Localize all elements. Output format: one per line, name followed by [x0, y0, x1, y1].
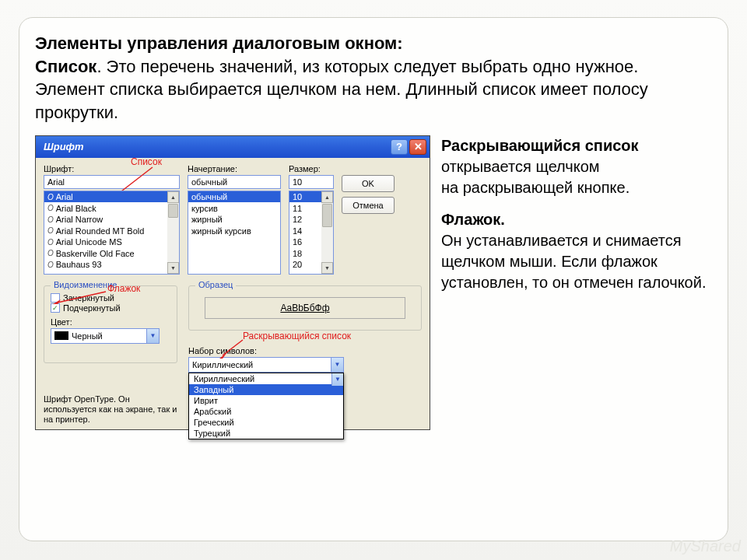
side-text: Раскрывающийся список открывается щелчко…	[441, 135, 712, 304]
charset-dropdown-open[interactable]: ▼ Кириллический Западный Иврит Арабский …	[188, 373, 344, 439]
checkbox-box-checked[interactable]: ✓	[51, 303, 60, 313]
side-p1-rest: открывается щелчком	[441, 158, 600, 175]
checkbox-box[interactable]	[51, 293, 60, 303]
dropdown-item[interactable]: Кириллический	[189, 373, 343, 384]
scroll-thumb[interactable]	[322, 204, 332, 227]
side-p1-bold: Раскрывающийся список	[441, 137, 639, 154]
list-item[interactable]: OArial Rounded MT Bold	[44, 225, 179, 236]
chevron-down-icon[interactable]: ▼	[331, 373, 343, 386]
headline-body: . Это перечень значений, из которых след…	[35, 57, 648, 122]
scrollbar[interactable]: ▲ ▼	[321, 191, 333, 274]
annotation-dropdown: Раскрывающийся список	[243, 331, 351, 341]
list-item[interactable]: OArial Narrow	[44, 214, 179, 226]
headline-block: Элементы управления диалоговым окном: Сп…	[35, 32, 712, 124]
style-listbox[interactable]: обычный курсив жирный жирный курсив	[188, 191, 281, 275]
dropdown-item[interactable]: Западный	[189, 384, 343, 395]
dropdown-item[interactable]: Греческий	[189, 417, 343, 428]
scroll-up-button[interactable]: ▲	[167, 191, 179, 203]
list-item[interactable]: жирный	[188, 214, 280, 226]
size-input[interactable]: 10	[289, 175, 334, 189]
chevron-down-icon[interactable]: ▼	[146, 329, 159, 343]
size-listbox[interactable]: 10 11 12 14 16 18 20 ▲ ▼	[289, 191, 334, 275]
size-label: Размер:	[289, 164, 334, 173]
list-item[interactable]: жирный курсив	[188, 225, 280, 236]
ok-button[interactable]: OK	[342, 175, 395, 192]
group-sample: Образец АаBbБбФф	[188, 285, 422, 331]
headline-title: Элементы управления диалоговым окном:	[35, 33, 403, 53]
list-item[interactable]: OBauhaus 93	[44, 259, 179, 271]
close-button[interactable]: ✕	[409, 139, 426, 155]
font-label: Шрифт:	[44, 164, 180, 173]
cancel-button[interactable]: Отмена	[342, 197, 395, 214]
scroll-down-button[interactable]: ▼	[167, 262, 179, 274]
scroll-up-button[interactable]: ▲	[321, 191, 333, 203]
group-title: Видоизменение	[51, 280, 120, 289]
close-icon: ✕	[414, 141, 423, 152]
checkbox-strike[interactable]: Зачеркнутый	[51, 293, 170, 303]
group-modify: Видоизменение Зачеркнутый ✓ Подчеркнутый…	[44, 285, 177, 363]
scroll-thumb[interactable]	[168, 204, 178, 218]
font-listbox[interactable]: OArial OArial Black OArial Narrow OArial…	[44, 191, 180, 275]
dropdown-item[interactable]: Иврит	[189, 395, 343, 406]
list-item[interactable]: OBaskerville Old Face	[44, 247, 179, 259]
dialog-title: Шрифт	[44, 141, 84, 152]
group-title: Образец	[195, 280, 236, 289]
headline-list-label: Список	[35, 57, 96, 76]
list-item[interactable]: обычный	[188, 191, 280, 203]
font-input[interactable]: Arial	[44, 175, 180, 189]
side-p2-body: Он устанавливается и снимается щелчком м…	[441, 232, 706, 291]
color-combo[interactable]: Черный ▼	[51, 328, 160, 344]
chevron-down-icon[interactable]: ▼	[331, 358, 343, 372]
scrollbar[interactable]: ▲ ▼	[167, 191, 179, 274]
color-swatch	[54, 331, 68, 340]
charset-combo[interactable]: Кириллический ▼	[188, 357, 344, 373]
dropdown-item[interactable]: Арабский	[189, 406, 343, 417]
help-icon: ?	[396, 141, 402, 152]
checkbox-underline[interactable]: ✓ Подчеркнутый	[51, 303, 170, 313]
dropdown-item[interactable]: Турецкий	[189, 428, 343, 439]
titlebar[interactable]: Шрифт ? ✕	[36, 136, 430, 158]
side-p1-line2: на раскрывающей кнопке.	[441, 179, 630, 196]
slide-frame: Элементы управления диалоговым окном: Сп…	[19, 17, 728, 541]
list-item[interactable]: курсив	[188, 202, 280, 214]
list-item[interactable]: OArial	[44, 191, 179, 203]
list-item[interactable]: OArial Black	[44, 202, 179, 214]
side-p2-bold: Флажок.	[441, 211, 505, 228]
style-label: Начертание:	[188, 164, 281, 173]
dialog-footer-text: Шрифт OpenType. Он используется как на э…	[44, 394, 184, 425]
color-label: Цвет:	[51, 317, 170, 327]
style-input[interactable]: обычный	[188, 175, 281, 189]
list-item[interactable]: OArial Unicode MS	[44, 236, 179, 248]
watermark: MyShared	[670, 537, 741, 555]
sample-text: АаBbБбФф	[205, 297, 405, 319]
charset-label: Набор символов:	[188, 346, 422, 355]
scroll-down-button[interactable]: ▼	[321, 262, 333, 274]
font-dialog: Шрифт ? ✕ Список Шрифт: Arial OArial OAr…	[35, 135, 430, 431]
help-button[interactable]: ?	[391, 139, 408, 155]
